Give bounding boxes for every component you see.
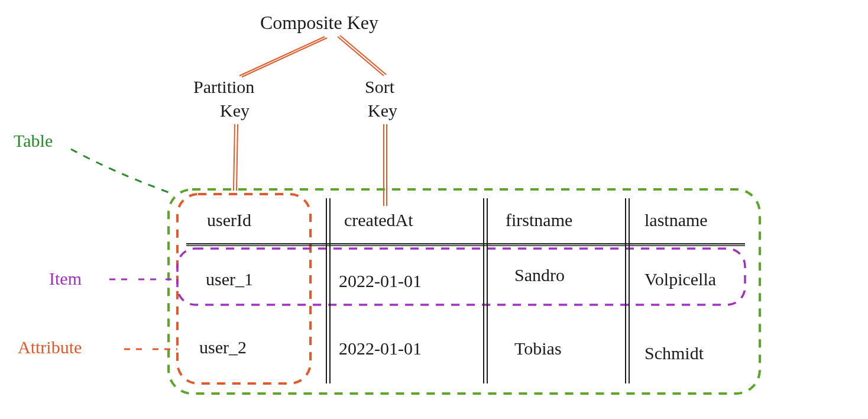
partition-key-label-line1: Partition [193, 77, 254, 97]
table-label: Table [14, 131, 53, 151]
sort-key-label-line1: Sort [365, 77, 394, 97]
svg-line-3 [340, 36, 386, 75]
svg-line-1 [242, 38, 327, 77]
header-userid: userId [207, 210, 251, 230]
svg-line-4 [234, 124, 235, 191]
item-label: Item [49, 269, 82, 289]
row1-userid: user_1 [206, 269, 253, 289]
svg-line-0 [239, 37, 325, 76]
row1-firstname: Sandro [514, 265, 565, 285]
row2-createdat: 2022-01-01 [339, 339, 422, 359]
attribute-label: Attribute [18, 337, 82, 357]
header-lastname: lastname [644, 210, 708, 230]
svg-line-5 [237, 124, 238, 191]
row2-userid: user_2 [199, 337, 247, 357]
partition-key-label-line2: Key [220, 101, 250, 121]
svg-line-2 [338, 37, 384, 76]
row1-lastname: Volpicella [644, 269, 716, 289]
row2-firstname: Tobias [514, 339, 562, 359]
sort-key-label-line2: Key [368, 101, 397, 121]
composite-key-label: Composite Key [260, 12, 378, 34]
diagram-lines [0, 0, 868, 419]
header-firstname: firstname [506, 210, 572, 230]
row2-lastname: Schmidt [644, 343, 704, 363]
header-createdat: createdAt [344, 210, 413, 230]
row1-createdat: 2022-01-01 [339, 271, 422, 291]
